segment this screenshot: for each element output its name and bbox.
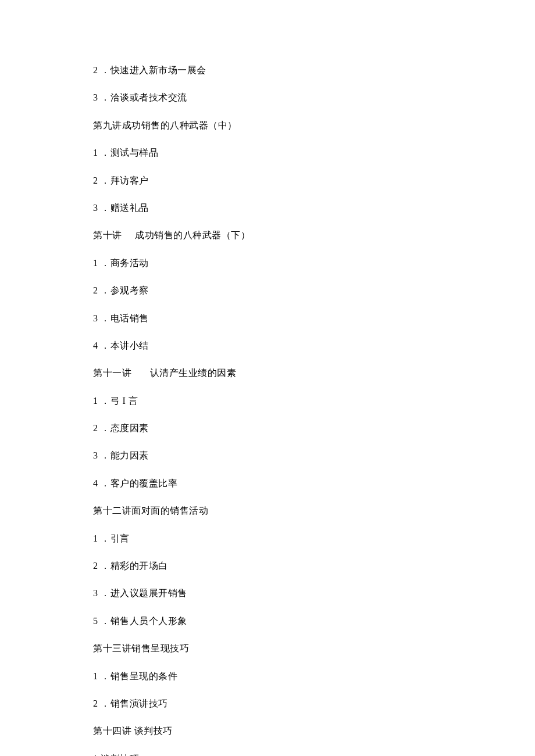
outline-item: 1 ．弓 I 言 bbox=[93, 395, 442, 407]
outline-heading: 第十四讲 谈判技巧 bbox=[93, 725, 442, 737]
outline-item: 1 ．测试与样品 bbox=[93, 146, 442, 159]
outline-item: 3 ．洽谈或者技术交流 bbox=[93, 91, 442, 104]
outline-item: 1 ．商务活动 bbox=[93, 257, 442, 270]
outline-item: 2 ．参观考察 bbox=[93, 284, 442, 297]
outline-item: 3 ．进入议题展开销售 bbox=[93, 587, 442, 600]
outline-heading: 第十一讲 认清产生业绩的因素 bbox=[93, 367, 442, 379]
outline-heading: 第十二讲面对面的销售活动 bbox=[93, 504, 442, 517]
outline-item: 3 ．能力因素 bbox=[93, 449, 442, 462]
document-page: 2 ．快速进入新市场一展会 3 ．洽谈或者技术交流 第九讲成功销售的八种武器（中… bbox=[0, 0, 535, 756]
outline-item: 5 ．销售人员个人形象 bbox=[93, 615, 442, 628]
outline-item: 2 ．态度因素 bbox=[93, 422, 442, 435]
outline-item: 2 ．快速进入新市场一展会 bbox=[93, 64, 442, 77]
outline-item: 4 ．本讲小结 bbox=[93, 339, 442, 352]
outline-item: 2 ．拜访客户 bbox=[93, 174, 442, 187]
outline-heading: 第十讲 成功销售的八种武器（下） bbox=[93, 229, 442, 242]
outline-item: 2 ．精彩的开场白 bbox=[93, 560, 442, 572]
outline-item: 3 ．电话销售 bbox=[93, 312, 442, 325]
outline-item: 3 ．赠送礼品 bbox=[93, 202, 442, 214]
outline-heading: 第九讲成功销售的八种武器（中） bbox=[93, 119, 442, 132]
outline-item: 1 ．引言 bbox=[93, 532, 442, 545]
outline-item: 2 ．销售演讲技巧 bbox=[93, 697, 442, 710]
outline-item: 4 ．客户的覆盖比率 bbox=[93, 477, 442, 490]
outline-item: 1.谈判技巧 bbox=[93, 753, 442, 756]
outline-item: 1 ．销售呈现的条件 bbox=[93, 670, 442, 683]
outline-heading: 第十三讲销售呈现技巧 bbox=[93, 642, 442, 655]
